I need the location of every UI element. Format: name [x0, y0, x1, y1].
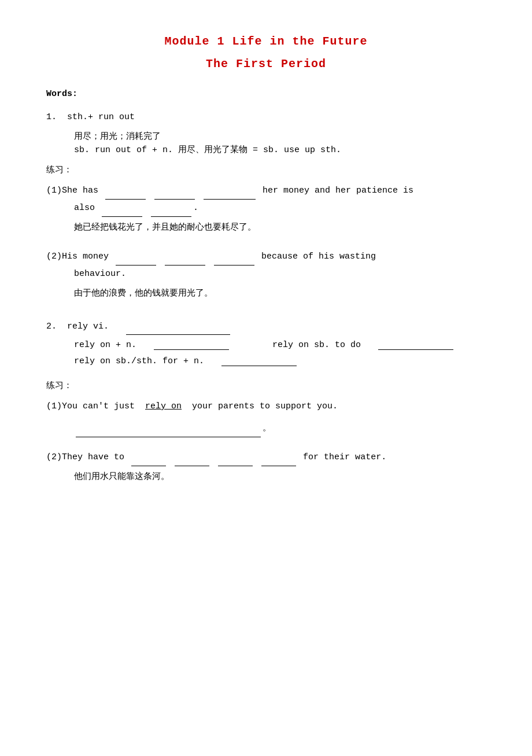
p2-i2-trans: 他们用水只能靠这条河。 — [74, 469, 486, 486]
blank12 — [261, 456, 296, 466]
p1-i2-prefix: (2)His money — [46, 252, 109, 261]
blank6 — [116, 255, 156, 265]
blank3 — [204, 189, 256, 200]
p1-i2-trans: 由于他的浪费，他的钱就要用光了。 — [74, 285, 486, 303]
practice2-item2: (2)They have to for their water. 他们用水只能靠… — [46, 449, 486, 486]
rely-on-sb-do-blank — [378, 340, 453, 350]
blank5 — [151, 206, 191, 217]
page-title: Module 1 Life in the Future — [46, 35, 486, 48]
word2-rely-on-n: rely on + n. rely on sb. to do — [74, 340, 486, 350]
p1-i2-cont: behaviour. — [74, 265, 486, 283]
word2-rely-on-sb-for: rely on sb./sth. for + n. — [74, 356, 486, 366]
word1-translation: 用尽；用光；消耗完了 — [74, 131, 486, 142]
blank1 — [105, 189, 146, 200]
word1-phrase: 1. sth.+ run out — [46, 109, 486, 126]
word2-blank — [126, 324, 230, 335]
p1-i1-period: . — [193, 203, 198, 213]
blank7 — [165, 255, 205, 265]
practice2-label: 练习： — [46, 380, 486, 391]
blank10 — [175, 456, 209, 466]
p2-i1-underline: rely on — [145, 401, 182, 411]
practice2-item1: (1)You can't just rely on your parents t… — [46, 398, 486, 437]
practice1-item2: (2)His money because of his wasting beha… — [46, 248, 486, 303]
p1-i1-prefix: (1)She has — [46, 186, 98, 196]
word2-phrase: 2. rely vi. — [46, 319, 486, 335]
p1-i1-cont: also — [74, 203, 95, 213]
word2-section: 2. rely vi. rely on + n. rely on sb. to … — [46, 319, 486, 367]
p2-i2-suffix: for their water. — [303, 452, 386, 462]
p2-i2-prefix: (2)They have to — [46, 452, 124, 462]
blank11 — [218, 456, 253, 466]
word1-usage: sb. run out of + n. 用尽、用光了某物 = sb. use u… — [74, 144, 486, 155]
rely-on-n-blank — [154, 340, 229, 350]
p1-i2-suffix: because of his wasting — [261, 252, 376, 261]
words-label: Words: — [46, 89, 486, 99]
blank8 — [214, 255, 254, 265]
page-subtitle: The First Period — [46, 57, 486, 71]
blank2 — [154, 189, 195, 200]
practice1-label: 练习： — [46, 164, 486, 175]
blank4 — [102, 206, 142, 217]
practice1-item1: (1)She has her money and her patience is… — [46, 182, 486, 237]
p2-i1-suffix: your parents to support you. — [192, 401, 338, 411]
p2-i1-prefix: (1)You can't just — [46, 401, 135, 411]
p1-i1-suffix: her money and her patience is — [263, 186, 413, 196]
rely-on-sb-for-blank — [221, 356, 297, 366]
p2-i1-answer-line — [76, 427, 261, 437]
blank9 — [131, 456, 166, 466]
p1-i1-trans: 她已经把钱花光了，并且她的耐心也要耗尽了。 — [74, 219, 486, 237]
